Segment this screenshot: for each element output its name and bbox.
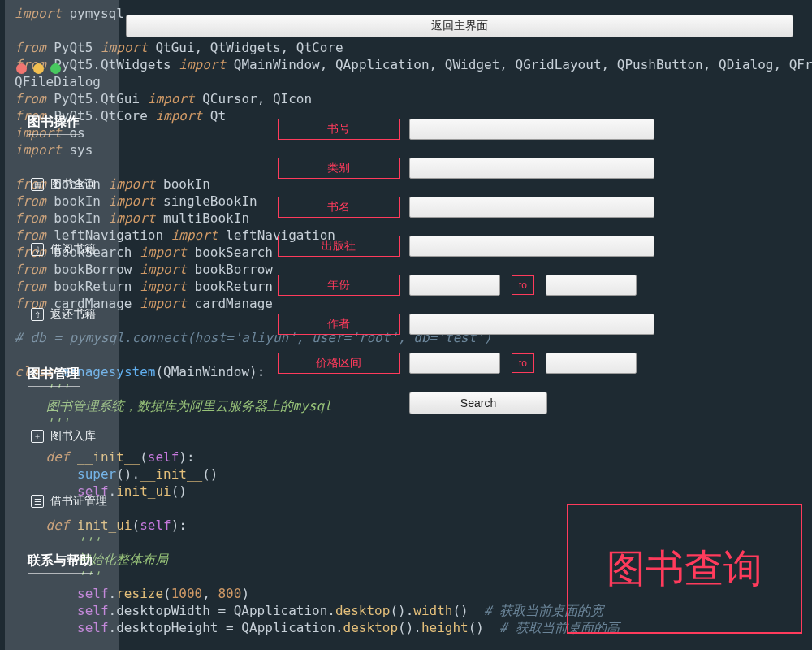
sidebar-item-query[interactable]: ▤ 图书查询 (5, 171, 119, 198)
label-book-id: 书号 (278, 119, 400, 140)
sidebar-item-label: 借阅书籍 (50, 242, 96, 257)
input-publisher[interactable] (409, 236, 654, 257)
sidebar-item-bookin[interactable]: ＋ 图书入库 (5, 422, 119, 450)
sidebar-section-books-ops: 图书操作 (28, 114, 80, 135)
search-form: 书号 类别 书名 出版社 年份 to 作者 价格区间 to Search (278, 119, 654, 414)
back-button[interactable]: 返回主界面 (126, 15, 793, 37)
sidebar-item-label: 图书查询 (50, 177, 96, 192)
label-author: 作者 (278, 314, 400, 335)
input-year-from[interactable] (409, 275, 500, 296)
search-icon: ▤ (31, 178, 44, 191)
bookin-icon: ＋ (31, 430, 44, 443)
borrow-icon: ⇩ (31, 243, 44, 256)
input-book-id[interactable] (409, 119, 654, 140)
main-area: 返回主界面 (126, 15, 806, 37)
sidebar: 图书操作 ▤ 图书查询 ⇩ 借阅书籍 ⇧ 返还书籍 图书管理 ＋ 图书入库 ☰ … (5, 0, 119, 650)
sidebar-item-label: 返还书籍 (50, 307, 96, 322)
input-year-to[interactable] (546, 275, 637, 296)
input-category[interactable] (409, 158, 654, 179)
sidebar-item-label: 借书证管理 (50, 494, 107, 509)
sidebar-item-return[interactable]: ⇧ 返还书籍 (5, 301, 119, 328)
label-to-year: to (512, 275, 534, 295)
label-price-range: 价格区间 (278, 353, 400, 374)
sidebar-item-label: 图书入库 (50, 429, 96, 444)
card-icon: ☰ (31, 495, 44, 508)
input-price-from[interactable] (409, 353, 500, 374)
sidebar-section-contact: 联系与帮助 (28, 552, 93, 574)
label-to-price: to (512, 353, 534, 373)
search-button[interactable]: Search (409, 392, 547, 414)
input-name[interactable] (409, 197, 654, 218)
input-author[interactable] (409, 314, 654, 335)
input-price-to[interactable] (546, 353, 637, 374)
page-title-badge: 图书查询 (567, 504, 802, 634)
return-icon: ⇧ (31, 308, 44, 321)
label-name: 书名 (278, 197, 400, 218)
label-category: 类别 (278, 158, 400, 179)
label-publisher: 出版社 (278, 236, 400, 257)
sidebar-item-cardmanage[interactable]: ☰ 借书证管理 (5, 488, 119, 515)
sidebar-item-borrow[interactable]: ⇩ 借阅书籍 (5, 236, 119, 263)
sidebar-section-books-mgmt: 图书管理 (28, 366, 80, 387)
label-year: 年份 (278, 275, 400, 296)
